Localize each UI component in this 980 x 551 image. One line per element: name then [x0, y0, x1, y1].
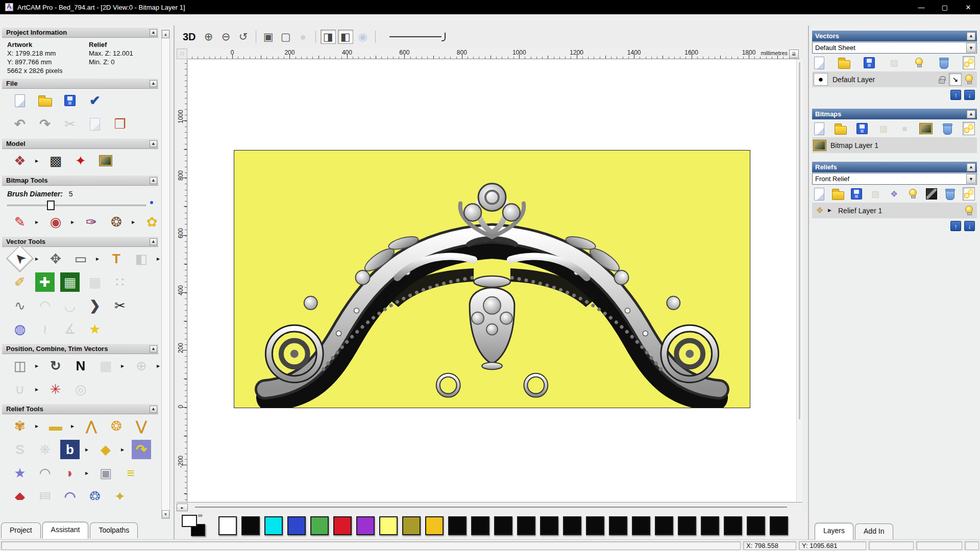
section-header-vector-tools[interactable]: Vector Tools ▲	[2, 237, 158, 247]
ruler-corner-box[interactable]: ∷	[177, 48, 187, 59]
zoom-objects-icon[interactable]: ▣	[261, 30, 276, 44]
bitmap-preview-icon[interactable]	[920, 122, 932, 135]
vector-doctor-icon[interactable]: ✚	[35, 272, 55, 292]
palette-swatch[interactable]	[747, 516, 765, 535]
slider-handle[interactable]	[442, 33, 446, 41]
merge-vector-layers-icon[interactable]: ▨	[888, 56, 900, 69]
canvas-vertical-scrollbar[interactable]	[796, 59, 802, 502]
flyout-arrow-icon[interactable]: ▶	[35, 257, 40, 261]
face-wizard-icon[interactable]: ▣	[96, 463, 115, 483]
delete-layer-icon[interactable]	[938, 56, 950, 69]
offset-relief-icon[interactable]: ≡	[121, 463, 140, 483]
tab-toolpaths[interactable]: Toolpaths	[90, 522, 138, 538]
new-vector-layer-icon[interactable]	[813, 56, 825, 69]
palette-swatch[interactable]	[287, 516, 306, 535]
paint-icon[interactable]: ✎	[10, 212, 30, 232]
palette-swatch[interactable]	[770, 516, 788, 535]
minimize-button[interactable]: —	[910, 0, 933, 14]
flood-fill-icon[interactable]: ◉	[46, 212, 65, 232]
flyout-arrow-icon[interactable]: ▶	[35, 159, 40, 163]
merge-high-icon[interactable]: ⋀	[82, 416, 101, 436]
vector-sheet-dropdown[interactable]: Default Sheet ▼	[812, 42, 977, 54]
flyout-arrow-icon[interactable]: ▶	[121, 364, 126, 368]
extrude-relief-icon[interactable]: ◗	[60, 463, 80, 483]
turn-model-icon[interactable]: ◆	[10, 487, 30, 500]
toggle-vector-visibility-icon[interactable]: ◧	[338, 30, 353, 44]
palette-swatch[interactable]	[701, 516, 719, 535]
spin-relief-icon[interactable]: ❂	[85, 487, 105, 500]
open-model-icon[interactable]	[35, 91, 55, 110]
open-vector-layer-icon[interactable]	[838, 56, 850, 69]
collapse-panel-icon[interactable]: ▲	[967, 163, 975, 171]
smooth-relief-icon[interactable]: ▬	[46, 416, 65, 436]
flyout-arrow-icon[interactable]: ▶	[35, 220, 40, 224]
lock-layer-icon[interactable]	[935, 73, 948, 86]
unlink-vectors-icon[interactable]: ◎	[71, 380, 90, 399]
isoform-icon[interactable]: ◆	[96, 440, 115, 459]
link-colours-icon[interactable]: ∞	[198, 512, 203, 519]
snap-layer-icon[interactable]: ↘	[949, 73, 962, 86]
new-bitmap-layer-icon[interactable]	[813, 122, 825, 135]
brush-diameter-slider[interactable]	[7, 200, 153, 210]
canvas-horizontal-scrollbar[interactable]: ▸	[177, 502, 802, 511]
palette-swatch[interactable]	[678, 516, 696, 535]
primary-secondary-colour[interactable]: ∞	[182, 514, 213, 537]
maximize-button[interactable]: ▢	[933, 0, 957, 14]
clear-bitmap-icon[interactable]: ■	[898, 122, 911, 135]
undo-icon[interactable]: ↶	[10, 114, 30, 134]
layer-name[interactable]: Bitmap Layer 1	[830, 141, 878, 149]
redo-icon[interactable]: ↷	[35, 114, 55, 134]
toggle-layer-visibility-icon[interactable]	[906, 187, 919, 201]
lighting-icon[interactable]: ✦	[71, 151, 90, 170]
scrollbar-thumb[interactable]	[799, 62, 800, 419]
vectors-panel-header[interactable]: Vectors ▲	[812, 31, 977, 41]
merge-bitmap-layers-icon[interactable]: ▨	[877, 122, 890, 135]
create-polyline-icon[interactable]: ∿	[10, 296, 30, 315]
flyout-arrow-icon[interactable]: ▶	[85, 447, 90, 452]
all-layers-visible-icon[interactable]	[963, 56, 975, 69]
bitmaps-panel-header[interactable]: Bitmaps ▲	[812, 109, 977, 119]
palette-swatch[interactable]	[632, 516, 650, 535]
relief-side-dropdown[interactable]: Front Relief ▼	[812, 173, 977, 185]
palette-swatch[interactable]	[563, 516, 581, 535]
sculpting-tool-icon[interactable]: ✾	[10, 416, 30, 436]
relief-layer-row[interactable]: ❖ ▶ Relief Layer 1	[812, 203, 977, 218]
fit-arcs-icon[interactable]: ◠	[35, 296, 55, 315]
move-layer-down-icon[interactable]: ↓	[964, 221, 975, 231]
flyout-arrow-icon[interactable]: ▶	[85, 471, 90, 475]
copy-icon[interactable]	[85, 114, 105, 134]
toggle-bitmap-visibility-icon[interactable]: ◨	[321, 30, 336, 44]
layer-colour-chip[interactable]: ●	[814, 73, 828, 86]
tab-layers[interactable]: Layers	[815, 523, 853, 540]
section-header-bitmap-tools[interactable]: Bitmap Tools ▲	[2, 176, 158, 186]
palette-swatch[interactable]	[609, 516, 627, 535]
trim-vectors-icon[interactable]: ✂	[110, 296, 130, 315]
arrowhead-tool-icon[interactable]: ❯	[85, 296, 105, 315]
text-tool-icon[interactable]: T	[107, 249, 126, 268]
nesting-icon[interactable]: N	[71, 356, 90, 375]
assistant-scrollbar[interactable]: ▲ ▼	[161, 30, 170, 519]
flyout-arrow-icon[interactable]: ▶	[132, 220, 137, 224]
select-vectors-icon[interactable]: ➤	[6, 245, 34, 272]
text-on-curve-icon[interactable]: ↻	[46, 356, 65, 375]
collapse-section-icon[interactable]: ▲	[150, 406, 157, 413]
reliefs-panel-header[interactable]: Reliefs ▲	[812, 162, 977, 172]
save-model-icon[interactable]	[60, 91, 80, 110]
weld-vectors-icon[interactable]: ⊕	[132, 356, 151, 375]
fan-relief-icon[interactable]: ✦	[110, 487, 130, 500]
primary-colour-swatch[interactable]	[182, 515, 197, 527]
new-relief-layer-icon[interactable]	[813, 187, 825, 201]
ruler-collapse-icon[interactable]: ⇊	[789, 49, 799, 58]
transform-vectors-icon[interactable]: ✥	[46, 249, 65, 268]
preview-relief-icon[interactable]: ◉	[355, 30, 371, 44]
palette-swatch[interactable]	[517, 516, 535, 535]
relief-from-bitmap-icon[interactable]: b	[60, 440, 80, 459]
toggle-layer-visibility-icon[interactable]	[913, 56, 925, 69]
weave-wizard-icon[interactable]: ❋	[35, 440, 55, 459]
flyout-arrow-icon[interactable]: ▶	[71, 424, 76, 429]
tab-assistant[interactable]: Assistant	[42, 522, 89, 539]
tab-add-in[interactable]: Add In	[855, 523, 893, 539]
palette-swatch[interactable]	[356, 516, 375, 535]
dropdown-arrow-icon[interactable]: ▼	[966, 174, 976, 184]
reduce-colours-icon[interactable]: ✿	[142, 212, 162, 232]
